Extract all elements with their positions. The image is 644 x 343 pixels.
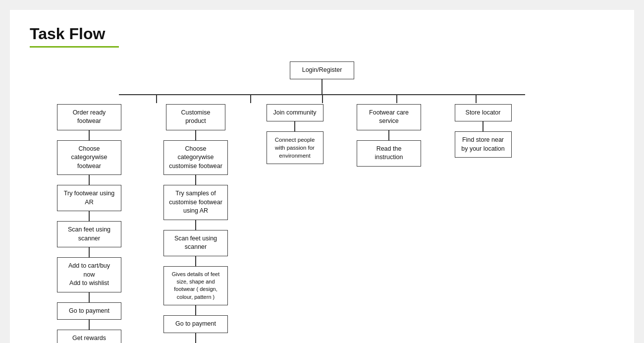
arrow — [89, 130, 90, 140]
col5-header: Store locator — [455, 104, 512, 122]
col-care: Footwear care service Read the instructi… — [344, 95, 433, 343]
title-underline — [30, 46, 119, 48]
arrow — [294, 121, 295, 131]
col2-item2: Try samples of customise footwear using … — [163, 185, 228, 220]
arrow — [89, 247, 90, 257]
col2-item5: Go to payment — [163, 315, 228, 333]
arrow — [483, 121, 483, 131]
flow-diagram: Login/Register — [30, 61, 614, 343]
col1-item5: Go to payment — [57, 302, 121, 320]
col-order-ready: Order ready footwear Choose categorywise… — [42, 95, 136, 343]
columns-row: Order ready footwear Choose categorywise… — [42, 95, 614, 343]
col1-header: Order ready footwear — [57, 104, 121, 130]
page: Task Flow Login/Register — [10, 10, 634, 343]
arrow — [195, 333, 196, 343]
arrow — [195, 220, 196, 230]
arrow — [195, 175, 196, 185]
root-node: Login/Register — [290, 61, 354, 79]
arrow — [388, 130, 389, 140]
col-customise: Customise product Choose categorywise cu… — [146, 95, 245, 343]
col1-item3: Scan feet using scanner — [57, 221, 121, 247]
col-community: Join community Connect people with passi… — [255, 95, 334, 343]
arrow — [195, 256, 196, 266]
col4-item1: Read the instruction — [357, 140, 421, 167]
col2-item4: Gives details of feet size, shape and fo… — [163, 266, 228, 306]
col4-header: Footwear care service — [357, 104, 421, 130]
col3-item1: Connect people with passion for environm… — [267, 131, 323, 164]
col1-item6: Get rewards — [57, 330, 121, 343]
col2-header: Customise product — [166, 104, 225, 130]
arrow — [89, 292, 90, 302]
root-line — [322, 79, 322, 94]
arrow — [195, 305, 196, 315]
col1-item2: Try footwear using AR — [57, 185, 121, 211]
arrow — [89, 211, 90, 221]
col-store: Store locator Find store near by your lo… — [443, 95, 523, 343]
col5-item1: Find store near by your location — [455, 131, 512, 158]
col2-item3: Scan feet using scanner — [163, 230, 228, 256]
col1-item4: Add to cart/buy nowAdd to wishlist — [57, 257, 121, 292]
arrow — [89, 175, 90, 185]
col2-item1: Choose categorywise customise footwear — [163, 140, 228, 175]
arrow — [89, 320, 90, 330]
col3-header: Join community — [267, 104, 323, 122]
page-title: Task Flow — [30, 25, 614, 43]
arrow — [195, 130, 196, 140]
col1-item1: Choose categorywise footwear — [57, 140, 121, 175]
